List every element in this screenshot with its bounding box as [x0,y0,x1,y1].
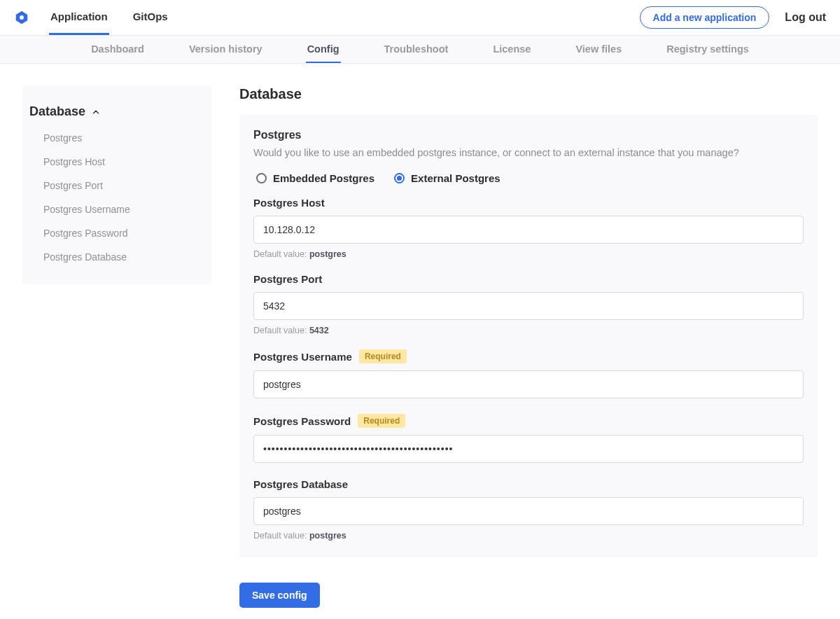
radio-icon [394,173,405,183]
required-badge: Required [358,414,405,428]
postgres-section-title: Postgres [253,129,804,141]
postgres-port-label: Postgres Port [253,273,804,285]
radio-label: Embedded Postgres [273,172,374,184]
subnav-troubleshoot[interactable]: Troubleshoot [383,36,450,63]
subnav-view-files[interactable]: View files [574,36,623,63]
sidebar-list: Postgres Postgres Host Postgres Port Pos… [29,126,197,269]
tab-gitops[interactable]: GitOps [132,0,169,35]
postgres-host-default: Default value: postgres [253,249,804,259]
postgres-card: Postgres Would you like to use an embedd… [239,115,818,557]
postgres-password-input[interactable] [253,435,804,463]
config-content: Database Postgres Would you like to use … [239,86,818,608]
sidebar-item-postgres-username[interactable]: Postgres Username [43,197,197,221]
sidebar-section-database[interactable]: Database [29,99,197,126]
postgres-type-radio-group: Embedded Postgres External Postgres [253,172,804,184]
subnav-registry-settings[interactable]: Registry settings [665,36,750,63]
sub-nav: Dashboard Version history Config Trouble… [0,36,840,64]
postgres-port-input[interactable] [253,292,804,320]
subnav-version-history[interactable]: Version history [188,36,264,63]
radio-embedded-postgres[interactable]: Embedded Postgres [256,172,374,184]
postgres-username-input[interactable] [253,370,804,398]
postgres-database-input[interactable] [253,497,804,525]
postgres-host-input[interactable] [253,216,804,244]
tab-application[interactable]: Application [49,0,109,35]
svg-point-1 [20,15,24,20]
sidebar-heading-label: Database [29,104,85,119]
required-badge: Required [359,349,407,363]
postgres-database-default: Default value: postgres [253,531,804,541]
main-layout: Database Postgres Postgres Host Postgres… [11,64,829,619]
radio-external-postgres[interactable]: External Postgres [394,172,500,184]
radio-label: External Postgres [411,172,500,184]
app-logo [14,10,29,25]
postgres-section-desc: Would you like to use an embedded postgr… [253,147,804,158]
add-application-button[interactable]: Add a new application [640,6,770,29]
radio-icon [256,173,267,183]
config-sidebar: Database Postgres Postgres Host Postgres… [22,86,211,284]
sidebar-item-postgres-password[interactable]: Postgres Password [43,221,197,245]
sidebar-item-postgres-database[interactable]: Postgres Database [43,245,197,269]
hexagon-icon [14,10,29,25]
subnav-license[interactable]: License [491,36,532,63]
postgres-username-label: Postgres Username Required [253,349,804,363]
postgres-host-label: Postgres Host [253,197,804,209]
postgres-database-label: Postgres Database [253,478,804,490]
logout-link[interactable]: Log out [785,11,826,24]
sidebar-item-postgres-host[interactable]: Postgres Host [43,150,197,174]
subnav-config[interactable]: Config [306,36,341,63]
postgres-port-default: Default value: 5432 [253,326,804,335]
sidebar-item-postgres[interactable]: Postgres [43,126,197,150]
sidebar-item-postgres-port[interactable]: Postgres Port [43,174,197,197]
top-nav: Application GitOps Add a new application… [0,0,840,36]
subnav-dashboard[interactable]: Dashboard [90,36,146,63]
save-config-button[interactable]: Save config [239,583,320,608]
page-title: Database [239,86,818,102]
top-nav-tabs: Application GitOps [49,0,169,35]
chevron-up-icon [91,107,101,117]
postgres-password-label: Postgres Password Required [253,414,804,428]
